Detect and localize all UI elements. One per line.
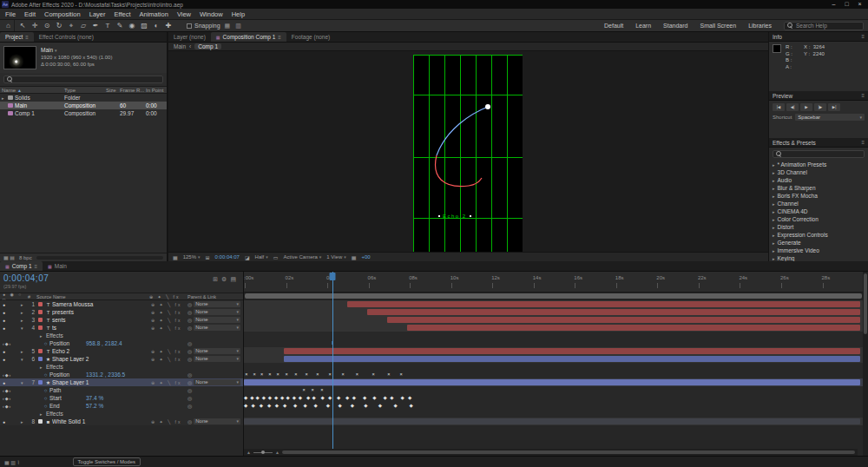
effects-category[interactable]: ▸Keying: [769, 254, 868, 261]
timeline-property-row[interactable]: ‹◆›○Position1331.2 , 2336.5◎: [0, 371, 243, 378]
keyframe-icon[interactable]: ×: [294, 371, 297, 378]
timeline-layer-row[interactable]: ●▾6★Shape Layer 2⊕ ✦ ╲ fx◎None▾: [0, 355, 243, 363]
property-value[interactable]: 1331.2 , 2336.5: [86, 372, 187, 378]
pan-behind-tool-icon[interactable]: ⌖: [65, 20, 77, 31]
expander-icon[interactable]: ▾: [21, 380, 28, 385]
expander-icon[interactable]: ▸: [40, 365, 46, 370]
current-time-indicator[interactable]: [332, 272, 333, 449]
keyframe-icon[interactable]: ×: [372, 371, 374, 378]
transport-button-0[interactable]: |◀: [773, 103, 785, 111]
stopwatch-icon[interactable]: ○: [42, 372, 49, 378]
column-size[interactable]: Size: [104, 88, 118, 93]
layer-name[interactable]: sents: [52, 317, 151, 323]
keyframe-icon[interactable]: ◆: [338, 402, 341, 410]
orbit-camera-tool-icon[interactable]: ↻: [53, 20, 65, 31]
time-ruler[interactable]: :00s02s04s06s08s10s12s14s16s18s20s22s24s…: [244, 272, 863, 293]
timeline-layer-row[interactable]: ●▸5TEcho 2⊕ ✦ ╲ fx◎None▾: [0, 347, 243, 355]
expander-icon[interactable]: ▸: [773, 256, 775, 261]
keyframe-icon[interactable]: ×: [387, 371, 390, 378]
keyframe-icon[interactable]: ◆: [372, 394, 376, 402]
view-layout-dropdown[interactable]: 1 View▾: [326, 254, 345, 260]
layer-name[interactable]: Echo 2: [52, 348, 151, 354]
keyframe-icon[interactable]: ◆: [244, 402, 247, 410]
transport-button-2[interactable]: ▶: [800, 103, 812, 111]
label-color-chip[interactable]: [38, 419, 43, 424]
keyframe-icon[interactable]: ×: [356, 371, 358, 378]
timeline-tab[interactable]: ▦Comp 1 ≡: [0, 261, 43, 271]
expander-icon[interactable]: ▸: [773, 201, 775, 207]
project-tab[interactable]: Project ≡: [0, 32, 34, 42]
effects-category[interactable]: ▸Audio: [769, 176, 868, 184]
parent-dropdown[interactable]: None▾: [194, 418, 240, 424]
composition-canvas[interactable]: Echo 2: [413, 55, 523, 252]
effects-category[interactable]: ▸Immersive Video: [769, 247, 868, 254]
home-icon[interactable]: ⌂: [3, 20, 15, 31]
expander-icon[interactable]: ▸: [21, 302, 28, 307]
snapping-control[interactable]: Snapping ▦ ▥: [187, 23, 243, 30]
keyframe-icon[interactable]: ◆: [394, 402, 398, 410]
effects-category[interactable]: ▸Boris FX Mocha: [769, 192, 868, 200]
resolution-dropdown[interactable]: Half▾: [255, 254, 268, 260]
keyframe-icon[interactable]: ×: [277, 371, 279, 378]
keyframe-icon[interactable]: ◆: [244, 394, 247, 402]
layer-duration-bar[interactable]: [244, 418, 860, 424]
keyframe-icon[interactable]: ◆: [306, 394, 310, 402]
expander-icon[interactable]: ▸: [40, 411, 46, 417]
parent-dropdown[interactable]: None▾: [194, 301, 240, 307]
keyframe-icon[interactable]: ◆: [286, 394, 289, 402]
effects-category[interactable]: ▸Blur & Sharpen: [769, 184, 868, 192]
layer-switches[interactable]: ⊕ ✦ ╲ fx: [151, 349, 187, 354]
pickwhip-icon[interactable]: ◎: [187, 356, 192, 362]
layer-switches[interactable]: ⊕ ✦ ╲ fx: [151, 318, 187, 323]
keyframe-icon[interactable]: ×: [245, 371, 247, 378]
property-name[interactable]: Position: [49, 340, 86, 346]
keyframe-icon[interactable]: ×: [312, 386, 314, 394]
property-name[interactable]: Start: [49, 395, 86, 401]
eye-icon[interactable]: ●: [0, 326, 21, 331]
keyframe-icon[interactable]: ◆: [320, 394, 324, 402]
expander-icon[interactable]: ▸: [21, 419, 28, 424]
keyframe-icon[interactable]: ◆: [256, 394, 260, 402]
layer-duration-bar[interactable]: [347, 301, 860, 307]
stopwatch-icon[interactable]: ○: [42, 396, 49, 401]
pickwhip-icon[interactable]: ◎: [187, 309, 192, 315]
stopwatch-icon[interactable]: ○: [42, 404, 49, 409]
eraser-tool-icon[interactable]: ▨: [138, 20, 150, 31]
exposure-value[interactable]: +00: [361, 254, 370, 260]
menu-item-composition[interactable]: Composition: [40, 10, 85, 18]
project-footer-icons[interactable]: ▦ ▤: [3, 254, 15, 260]
keyframe-icon[interactable]: ◆: [328, 394, 332, 402]
pickwhip-icon[interactable]: ◎: [187, 395, 192, 401]
expander-icon[interactable]: ▸: [773, 178, 775, 183]
zoom-tool-icon[interactable]: ⊙: [41, 20, 53, 31]
label-color-chip[interactable]: [38, 357, 43, 361]
layer-duration-bar[interactable]: [284, 348, 860, 354]
eye-icon[interactable]: ●: [0, 357, 21, 362]
column-name[interactable]: Name▲: [0, 88, 62, 93]
property-name[interactable]: Position: [49, 372, 86, 378]
grid-guides-icon[interactable]: ⊞: [206, 254, 210, 260]
keyframe-icon[interactable]: ◆: [378, 402, 382, 410]
timeline-property-row[interactable]: ‹◆›○Path◎: [0, 386, 243, 394]
menu-item-window[interactable]: Window: [195, 10, 227, 18]
pickwhip-icon[interactable]: ◎: [187, 301, 192, 307]
timeline-property-row[interactable]: ‹◆›○Start37.4 %◎: [0, 394, 243, 402]
expander-icon[interactable]: ▸: [773, 170, 775, 175]
layer-duration-bar[interactable]: [244, 379, 860, 385]
timeline-tab[interactable]: ▦Main: [43, 261, 72, 271]
keyframe-icon[interactable]: ◆: [262, 394, 266, 402]
magnification-dropdown[interactable]: 125%▾: [183, 254, 201, 260]
keyframe-navigator[interactable]: ‹◆›: [0, 404, 21, 409]
expander-icon[interactable]: ▸: [773, 217, 775, 222]
pickwhip-icon[interactable]: ◎: [187, 348, 192, 354]
timeline-track[interactable]: [244, 355, 863, 363]
timeline-track[interactable]: [244, 324, 863, 332]
current-time-display[interactable]: 0:00:04;07: [3, 273, 49, 283]
keyframe-icon[interactable]: ◆: [293, 402, 297, 410]
layer-name[interactable]: Shape Layer 1: [52, 379, 151, 385]
work-area-bar[interactable]: [244, 293, 863, 300]
layer-switches[interactable]: ⊕ ✦ ╲ fx: [151, 326, 187, 331]
pickwhip-icon[interactable]: ◎: [187, 317, 192, 323]
keyframe-icon[interactable]: ◆: [363, 394, 366, 402]
expander-icon[interactable]: ▸: [773, 225, 775, 230]
